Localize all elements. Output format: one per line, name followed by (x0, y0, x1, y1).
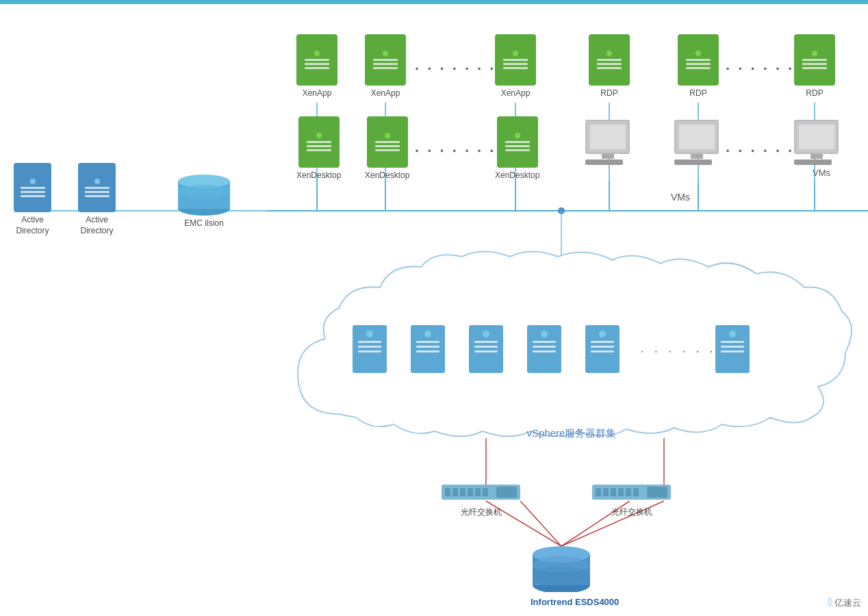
switch-2: 光纤交换机 (592, 485, 671, 518)
xendesktop-server-3: XenDesktop (495, 116, 539, 181)
svg-rect-43 (474, 350, 498, 352)
vm-2 (674, 120, 719, 165)
vm-3: VMs (794, 120, 839, 179)
xendesktop-server-2: XenDesktop (365, 116, 409, 181)
svg-rect-66 (483, 488, 488, 496)
svg-point-40 (483, 331, 489, 337)
svg-point-45 (541, 331, 548, 337)
svg-text:· · · · · ·: · · · · · · (640, 342, 716, 359)
svg-rect-64 (468, 488, 473, 496)
svg-rect-70 (603, 488, 609, 496)
storage-label: Infortrend ESDS4000 (531, 597, 619, 607)
switch-1: 光纤交换机 (442, 485, 520, 518)
svg-rect-37 (416, 346, 439, 348)
svg-point-13 (558, 207, 565, 214)
rdp-server-2: RDP (678, 34, 719, 99)
svg-point-80 (533, 567, 590, 583)
svg-rect-69 (596, 488, 601, 496)
svg-rect-36 (416, 341, 439, 343)
svg-point-35 (424, 331, 431, 337)
svg-rect-33 (358, 350, 381, 352)
svg-rect-73 (626, 488, 631, 496)
watermark:  亿速云 (828, 596, 861, 609)
svg-rect-53 (591, 350, 614, 352)
xendesktop-server-1: XenDesktop (296, 116, 341, 181)
svg-rect-51 (591, 341, 614, 343)
svg-point-56 (729, 331, 736, 337)
svg-point-28 (178, 185, 230, 198)
svg-rect-72 (618, 488, 624, 496)
svg-rect-59 (721, 350, 744, 352)
svg-rect-58 (721, 346, 744, 348)
top-border (0, 0, 868, 4)
svg-line-23 (520, 501, 561, 546)
svg-rect-41 (474, 341, 498, 343)
vm-1 (585, 120, 630, 166)
switch2-label: 光纤交换机 (592, 506, 671, 518)
svg-rect-65 (475, 488, 481, 496)
rdp-server-1: RDP (589, 34, 630, 99)
svg-rect-71 (611, 488, 616, 496)
rdp-server-3: RDP (794, 34, 835, 99)
switch1-label: 光纤交换机 (442, 506, 520, 518)
vms-label: VMs (671, 192, 690, 203)
active-directory-2: ActiveDirectory (78, 163, 116, 236)
svg-rect-75 (647, 487, 667, 498)
svg-point-50 (599, 331, 606, 337)
svg-rect-42 (474, 346, 498, 348)
svg-rect-74 (633, 488, 639, 496)
xenapp-server-1: XenApp (296, 34, 337, 99)
svg-rect-31 (358, 341, 381, 343)
vsphere-cloud: · · · · · · vSphere服务器群集 (284, 243, 859, 445)
active-directory-1: ActiveDirectory (14, 163, 51, 236)
emc-storage: EMC ilsion (177, 175, 231, 229)
svg-rect-52 (591, 346, 614, 348)
svg-rect-67 (496, 487, 517, 498)
svg-rect-47 (533, 346, 556, 348)
xenapp-server-3: XenApp (495, 34, 536, 99)
svg-rect-62 (452, 488, 458, 496)
svg-rect-61 (445, 488, 450, 496)
svg-rect-57 (721, 341, 744, 343)
infortrend-storage: Infortrend ESDS4000 (531, 544, 619, 607)
xenapp-server-2: XenApp (365, 34, 406, 99)
svg-rect-32 (358, 346, 381, 348)
svg-point-30 (366, 331, 373, 337)
svg-rect-48 (533, 350, 556, 352)
svg-rect-38 (416, 350, 439, 352)
svg-rect-63 (460, 488, 465, 496)
svg-rect-46 (533, 341, 556, 343)
